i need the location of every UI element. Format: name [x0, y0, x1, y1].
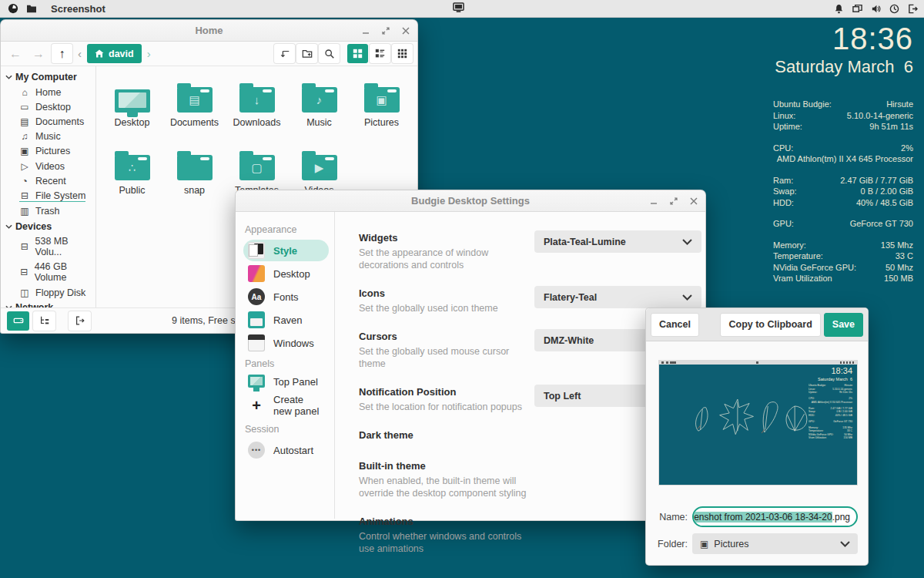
settings-item-style[interactable]: Style [243, 240, 329, 261]
volume-icon[interactable] [871, 4, 881, 14]
sidebar-section-devices[interactable]: Devices [1, 219, 95, 234]
maximize-button[interactable] [668, 196, 679, 207]
budgie-menu-icon[interactable] [8, 3, 18, 14]
screenshot-tray-icon[interactable] [453, 2, 464, 13]
notifications-bell-icon[interactable] [834, 4, 844, 14]
icon-view-button[interactable] [347, 44, 368, 63]
settings-item-fonts[interactable]: Aa Fonts [243, 286, 329, 307]
night-light-clock-icon[interactable] [889, 4, 899, 14]
sidebar-item[interactable]: ◫Floppy Disk [1, 285, 95, 300]
settings-item-top-panel[interactable]: Top Panel [243, 374, 329, 390]
setting-title: Icons [359, 287, 534, 299]
compact-view-button[interactable] [392, 44, 413, 63]
conky-row: Swap:0 B / 2.00 GiB [773, 186, 913, 197]
sidebar-item[interactable]: ▥Trash [1, 204, 95, 219]
sidebar-item[interactable]: ♫Music [1, 129, 95, 144]
save-button[interactable]: Save [824, 313, 863, 337]
setting-title: Animations [359, 516, 534, 527]
sidebar-item[interactable]: ▣Pictures [1, 144, 95, 159]
sidebar-item[interactable]: ⊟File System [1, 188, 95, 203]
sidebar-item[interactable]: ▤Documents [1, 114, 95, 129]
copy-to-clipboard-button[interactable]: Copy to Clipboard [720, 313, 820, 337]
sidebar-item[interactable]: ◔Recent [1, 173, 95, 188]
folder-icon [177, 155, 213, 180]
conky-row: CPU:2% [773, 143, 913, 154]
settings-titlebar[interactable]: Budgie Desktop Settings [236, 190, 705, 212]
search-button[interactable] [319, 44, 340, 63]
folder-item[interactable]: Desktop [101, 74, 163, 142]
folder-select[interactable]: ▣ Pictures [692, 533, 858, 554]
settings-item-windows[interactable]: Windows [243, 332, 329, 354]
sidebar-item[interactable]: ⊟446 GB Volume [1, 260, 95, 285]
settings-item-autostart[interactable]: ••• Autostart [243, 439, 329, 461]
conky-row: Linux:5.10.0-14-generic [773, 110, 913, 122]
preview-system-monitor: Ubuntu Budgie:HirsuteLinux:5.10.0-14-gen… [808, 384, 852, 442]
settings-item-create-panel[interactable]: + Create new panel [243, 391, 329, 419]
style-icon [248, 242, 265, 259]
maximize-button[interactable] [380, 25, 391, 36]
desktop-clock: 18:36 Saturday March 6 [775, 22, 913, 77]
folder-icon [115, 89, 150, 113]
settings-item-raven[interactable]: Raven [243, 309, 329, 331]
back-button[interactable]: ← [5, 47, 25, 61]
conky-row: Temperature:33 C [773, 250, 913, 262]
sidebar-section-network[interactable]: Network [1, 300, 95, 307]
new-folder-icon [302, 49, 313, 59]
minimize-button[interactable] [360, 25, 371, 36]
sidebar-item[interactable]: ▷Videos [1, 159, 95, 173]
folder-item[interactable]: ∴ Public [101, 142, 163, 210]
conky-row: GPU:GeForce GT 730 [773, 218, 913, 230]
settings-item-desktop[interactable]: Desktop [243, 263, 329, 284]
places-folder-icon[interactable] [26, 4, 37, 13]
sidebar-item[interactable]: ⊟538 MB Volu... [1, 234, 95, 260]
folder-item[interactable]: ▤ Documents [163, 74, 226, 142]
setting-title: Cursors [359, 331, 534, 342]
fm-titlebar[interactable]: Home [1, 20, 417, 42]
conky-cpu-model: AMD Athlon(tm) II X4 645 Processor [773, 153, 913, 165]
floppy-icon: ◫ [19, 287, 30, 298]
cancel-button[interactable]: Cancel [651, 313, 699, 337]
minimize-button[interactable] [648, 196, 659, 207]
show-treeview-button[interactable] [33, 311, 55, 331]
sidebar-section-my-computer[interactable]: My Computer [1, 69, 95, 85]
folder-item[interactable]: ▣ Pictures [350, 74, 413, 142]
up-button[interactable]: ↑ [52, 44, 72, 63]
sidebar-item[interactable]: ⌂Home [1, 85, 95, 99]
active-app-title[interactable]: Screenshot [51, 3, 105, 15]
setting-dropdown[interactable]: Plata-Teal-Lumine [534, 230, 701, 253]
logout-icon[interactable] [908, 4, 918, 14]
setting-dropdown[interactable]: Flatery-Teal [534, 286, 701, 308]
new-folder-button[interactable] [296, 44, 317, 63]
forward-button[interactable]: → [28, 47, 49, 61]
videos-icon: ▷ [19, 161, 30, 172]
list-view-button[interactable] [370, 44, 390, 63]
folder-label: Folder: [654, 539, 688, 549]
breadcrumb-right-chevron-icon[interactable]: › [145, 47, 153, 60]
sidebar-item[interactable]: ▭Desktop [1, 99, 95, 114]
chevron-down-icon [840, 541, 850, 547]
chevron-expanded-icon [5, 75, 12, 79]
folder-item[interactable]: snap [163, 142, 226, 210]
volume-icon: ⊟ [19, 241, 30, 252]
system-monitor: Ubuntu Budgie:HirsuteLinux:5.10.0-14-gen… [773, 99, 913, 294]
chevron-expanded-icon [5, 224, 12, 229]
setting-description: When enabled, the built-in theme will ov… [359, 475, 534, 499]
filename-extension: .png [832, 512, 850, 523]
toggle-location-entry-button[interactable] [274, 44, 295, 63]
filename-selected-text: Screenshot from 2021-03-06 18-34-20 [692, 512, 832, 523]
breadcrumb-home-segment[interactable]: david [87, 44, 142, 63]
hide-sidepane-button[interactable] [69, 311, 91, 331]
filename-input[interactable]: Screenshot from 2021-03-06 18-34-20.png [692, 506, 858, 527]
close-button[interactable] [400, 25, 411, 36]
setting-title: Widgets [359, 232, 534, 244]
folder-item[interactable]: ♪ Music [288, 74, 350, 142]
chevron-down-icon [682, 239, 692, 245]
breadcrumb-left-chevron-icon[interactable]: ‹ [75, 47, 84, 60]
workspace-switcher-icon[interactable] [852, 4, 862, 14]
close-button[interactable] [688, 196, 699, 207]
folder-value: Pictures [714, 539, 748, 549]
conky-gpu-detail-group: Memory:135 MhzTemperature:33 CNVidia GeF… [773, 240, 913, 284]
conky-row: Memory:135 Mhz [773, 240, 913, 251]
folder-item[interactable]: ↓ Downloads [226, 74, 288, 142]
show-places-button[interactable] [7, 311, 29, 331]
